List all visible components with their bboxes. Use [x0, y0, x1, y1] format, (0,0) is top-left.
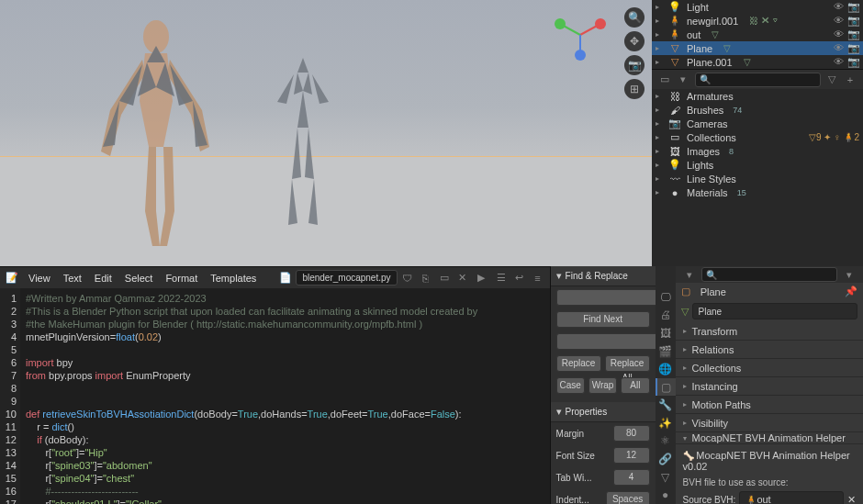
- filter-dropdown-icon[interactable]: ▾: [676, 72, 690, 88]
- menu-edit[interactable]: Edit: [88, 270, 118, 286]
- eye-icon[interactable]: 👁: [833, 28, 845, 40]
- panel-motion-paths[interactable]: ▸Motion Paths: [676, 396, 863, 414]
- tab-object[interactable]: ▢: [656, 378, 676, 397]
- line-numbers-icon[interactable]: ☰: [493, 270, 510, 286]
- find-next-button[interactable]: Find Next: [556, 311, 650, 328]
- asset-item[interactable]: ▸▭Collections▽9 ✦ ♀ 🧍2: [652, 130, 863, 144]
- clear-icon[interactable]: ✕: [847, 494, 856, 505]
- camera-vis-icon[interactable]: 📷: [847, 42, 859, 54]
- new-icon[interactable]: ▭: [436, 270, 453, 286]
- camera-vis-icon[interactable]: 📷: [847, 15, 859, 27]
- menu-text[interactable]: Text: [57, 270, 88, 286]
- object-name: Plane: [700, 286, 726, 297]
- eye-icon[interactable]: 👁: [833, 1, 845, 13]
- shield-icon[interactable]: 🛡: [399, 270, 416, 286]
- margin-field[interactable]: 80: [613, 425, 650, 442]
- asset-item[interactable]: ▸💡Lights: [652, 158, 863, 172]
- properties-tabs: 🖵 🖨 🖼 🎬 🌐 ▢ 🔧 ✨ ⚛ 🔗 ▽ ●: [656, 266, 676, 504]
- outliner-panel: ▸💡Light👁📷▸🧍newgirl.001⛓ ✕ ▽👁📷▸🧍out▽👁📷▸▽P…: [652, 0, 863, 69]
- asset-item[interactable]: ▸⛓Armatures: [652, 89, 863, 103]
- panel-collections[interactable]: ▸Collections: [676, 359, 863, 377]
- tab-world[interactable]: 🌐: [656, 360, 676, 378]
- svg-point-2: [595, 18, 606, 29]
- tab-particles[interactable]: ✨: [656, 414, 676, 432]
- display-mode-icon[interactable]: ▭: [657, 72, 672, 88]
- source-bvh-field[interactable]: 🧍 out: [739, 491, 844, 504]
- tab-physics[interactable]: ⚛: [656, 432, 676, 451]
- add-icon[interactable]: +: [843, 72, 857, 88]
- replace-all-button[interactable]: Replace All: [605, 355, 650, 372]
- asset-item[interactable]: ▸●Materials15: [652, 185, 863, 199]
- panel-instancing[interactable]: ▸Instancing: [676, 377, 863, 396]
- case-button[interactable]: Case: [556, 377, 585, 394]
- close-icon[interactable]: ✕: [454, 270, 471, 286]
- panel-mocapnet[interactable]: ▾MocapNET BVH Animation Helper: [676, 432, 863, 444]
- wrap-button[interactable]: Wrap: [588, 377, 617, 394]
- grid-icon[interactable]: ⊞: [624, 79, 644, 99]
- dropdown-icon[interactable]: ▾: [681, 266, 698, 283]
- properties-search[interactable]: [701, 267, 837, 282]
- menu-templates[interactable]: Templates: [204, 270, 263, 286]
- tab-material[interactable]: ●: [656, 486, 676, 504]
- asset-item[interactable]: ▸📷Cameras: [652, 117, 863, 130]
- file-icon[interactable]: 📄: [277, 270, 294, 286]
- tab-output[interactable]: 🖨: [656, 307, 676, 325]
- panel-visibility[interactable]: ▸Visibility: [676, 414, 863, 432]
- tab-modifiers[interactable]: 🔧: [656, 396, 676, 414]
- syntax-icon[interactable]: ≡: [530, 270, 546, 286]
- outliner-item[interactable]: ▸💡Light👁📷: [652, 0, 863, 14]
- eye-icon[interactable]: 👁: [833, 42, 845, 54]
- tab-constraints[interactable]: 🔗: [656, 450, 676, 468]
- asset-item[interactable]: ▸🖌Brushes74: [652, 103, 863, 117]
- nav-gizmo[interactable]: [553, 7, 608, 62]
- search-input[interactable]: [695, 73, 821, 87]
- camera-vis-icon[interactable]: 📷: [847, 28, 859, 40]
- outliner-item[interactable]: ▸▽Plane.001▽👁📷: [652, 55, 863, 69]
- camera-vis-icon[interactable]: 📷: [847, 1, 859, 13]
- run-icon[interactable]: ▶: [473, 270, 489, 286]
- outliner-item[interactable]: ▸🧍out▽👁📷: [652, 28, 863, 41]
- tab-viewlayer[interactable]: 🖼: [656, 324, 676, 342]
- zoom-icon[interactable]: 🔍: [624, 7, 644, 28]
- text-editor-header: 📝 ViewTextEditSelectFormatTemplates 📄 bl…: [0, 266, 550, 288]
- tab-render[interactable]: 🖵: [656, 288, 676, 307]
- all-button[interactable]: All: [621, 377, 649, 394]
- eye-icon[interactable]: 👁: [833, 15, 845, 27]
- svg-point-6: [575, 50, 586, 61]
- wrap-icon[interactable]: ↩: [511, 270, 528, 286]
- outliner-item[interactable]: ▸▽Plane▽👁📷: [652, 41, 863, 55]
- options-icon[interactable]: ▾: [841, 266, 857, 283]
- figure-armature: [266, 50, 340, 234]
- viewport-3d[interactable]: 🔍 ✥ 📷 ⊞: [0, 0, 652, 266]
- asset-item[interactable]: ▸〰Line Styles: [652, 172, 863, 185]
- svg-point-4: [555, 18, 566, 29]
- panel-relations[interactable]: ▸Relations: [676, 341, 863, 359]
- outliner-item[interactable]: ▸🧍newgirl.001⛓ ✕ ▽👁📷: [652, 14, 863, 28]
- menu-format[interactable]: Format: [159, 270, 204, 286]
- unlink-icon[interactable]: ⎘: [418, 270, 434, 286]
- tabwidth-field[interactable]: 4: [613, 469, 650, 486]
- funnel-icon[interactable]: ▽: [824, 72, 839, 88]
- filename-field[interactable]: blender_mocapnet.py: [296, 270, 397, 286]
- tab-scene[interactable]: 🎬: [656, 342, 676, 361]
- text-sidebar: ▾Find & Replace ✎ Find Next ✎ ReplaceRep…: [550, 266, 656, 504]
- menu-select[interactable]: Select: [118, 270, 160, 286]
- camera-vis-icon[interactable]: 📷: [847, 56, 859, 68]
- tab-data[interactable]: ▽: [656, 468, 676, 487]
- eye-icon[interactable]: 👁: [833, 56, 845, 68]
- figure-human: [92, 9, 220, 248]
- editor-type-icon[interactable]: 📝: [4, 270, 20, 286]
- panel-transform[interactable]: ▸Transform: [676, 322, 863, 341]
- code-area[interactable]: #Written by Ammar Qammaz 2022-2023 #This…: [20, 288, 550, 504]
- move-icon[interactable]: ✥: [624, 31, 644, 51]
- camera-icon[interactable]: 📷: [624, 55, 644, 75]
- asset-item[interactable]: ▸🖼Images8: [652, 144, 863, 158]
- mesh-name-field[interactable]: Plane: [692, 303, 857, 319]
- menu-view[interactable]: View: [22, 270, 57, 286]
- indent-field[interactable]: Spaces: [606, 491, 650, 504]
- replace-button[interactable]: Replace: [556, 355, 601, 372]
- fontsize-field[interactable]: 12: [613, 447, 650, 464]
